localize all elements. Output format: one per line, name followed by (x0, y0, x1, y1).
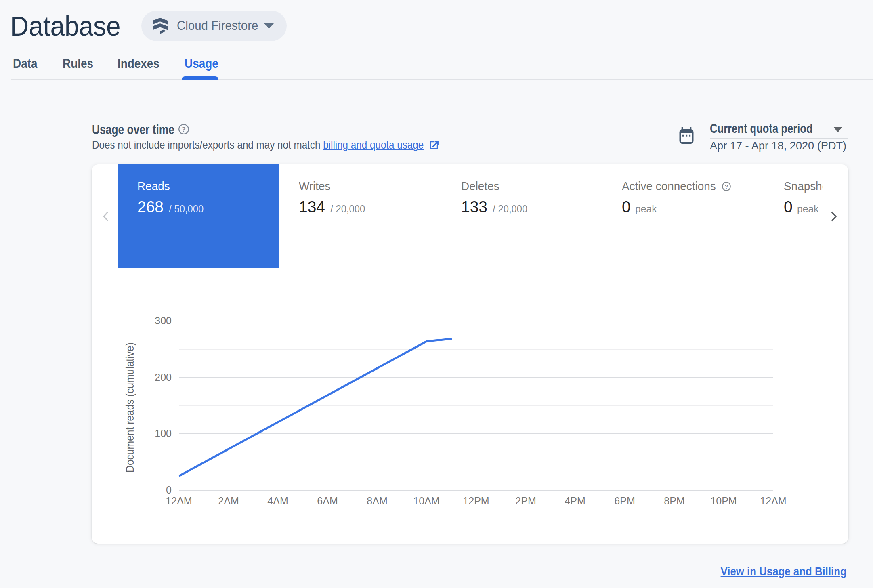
svg-text:?: ? (182, 126, 186, 133)
